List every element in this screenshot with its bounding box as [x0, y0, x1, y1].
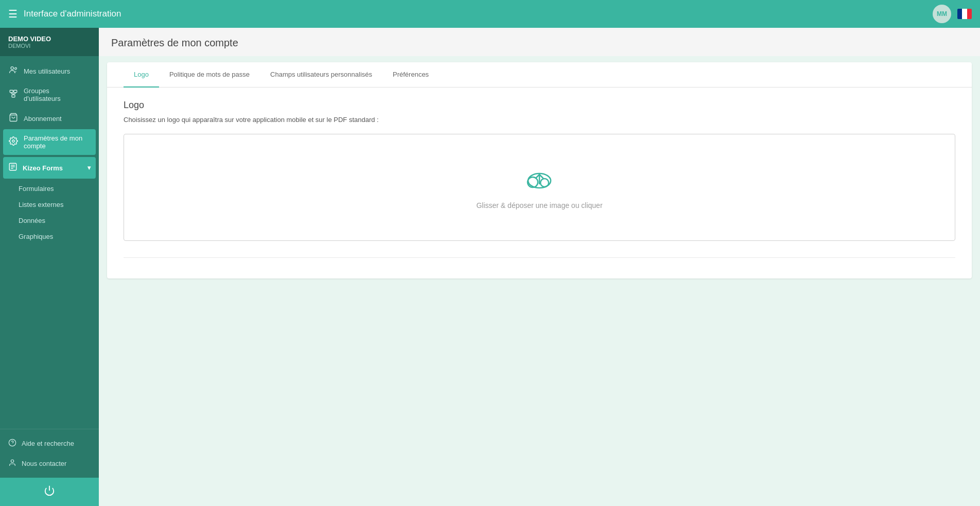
- top-header: ☰ Interface d'administration MM: [0, 0, 980, 28]
- svg-rect-4: [12, 95, 15, 97]
- sidebar-sub-label: Listes externes: [19, 201, 63, 208]
- sidebar-item-listes-externes[interactable]: Listes externes: [0, 197, 99, 213]
- page-header: Paramètres de mon compte: [99, 28, 980, 56]
- chevron-down-icon: ▾: [87, 164, 91, 171]
- content-card: Logo Politique de mots de passe Champs u…: [107, 62, 972, 278]
- users-icon: [8, 65, 19, 77]
- sidebar-sub-items: Formulaires Listes externes Données Grap…: [0, 181, 99, 245]
- sidebar-item-label: Abonnement: [24, 115, 62, 123]
- sidebar-sub-label: Graphiques: [19, 233, 53, 240]
- menu-icon[interactable]: ☰: [8, 8, 18, 20]
- sidebar-user-sub: DEMOVI: [8, 43, 91, 49]
- kizeo-forms-label: Kizeo Forms: [23, 164, 63, 172]
- drop-zone-text: Glisser & déposer une image ou cliquer: [476, 201, 602, 210]
- main-layout: DEMO VIDEO DEMOVI Mes utilisateurs: [0, 28, 980, 506]
- sidebar-bottom-label: Nous contacter: [22, 460, 66, 467]
- sidebar-item-formulaires[interactable]: Formulaires: [0, 181, 99, 197]
- sidebar-item-abonnement[interactable]: Abonnement: [0, 108, 99, 129]
- tab-champs[interactable]: Champs utilisateurs personnalisés: [260, 62, 382, 88]
- sidebar-item-groupes[interactable]: Groupesd'utilisateurs: [0, 82, 99, 108]
- sidebar-power: [0, 478, 99, 506]
- sidebar-item-donnees[interactable]: Données: [0, 213, 99, 229]
- sidebar-item-label: Groupesd'utilisateurs: [24, 87, 61, 102]
- header-title: Interface d'administration: [24, 9, 933, 19]
- logo-section-title: Logo: [124, 100, 955, 111]
- sidebar-sub-label: Formulaires: [19, 185, 54, 193]
- flag-icon[interactable]: [957, 9, 972, 19]
- tab-politique[interactable]: Politique de mots de passe: [159, 62, 260, 88]
- contact-icon: [8, 459, 16, 468]
- tab-content-logo: Logo Choisissez un logo qui apparaîtra s…: [107, 88, 972, 278]
- logo-section-desc: Choisissez un logo qui apparaîtra sur vo…: [124, 116, 955, 124]
- upload-icon: [524, 165, 555, 193]
- logo-drop-zone[interactable]: Glisser & déposer une image ou cliquer: [124, 134, 955, 241]
- sidebar-bottom-label: Aide et recherche: [22, 440, 74, 447]
- svg-rect-2: [10, 90, 13, 93]
- svg-point-1: [15, 67, 17, 69]
- sidebar-item-label: Paramètres de moncompte: [24, 134, 82, 150]
- help-icon: [8, 439, 16, 448]
- tab-logo[interactable]: Logo: [124, 62, 159, 88]
- power-icon[interactable]: [44, 485, 55, 499]
- sidebar-user: DEMO VIDEO DEMOVI: [0, 28, 99, 56]
- svg-point-21: [540, 179, 549, 187]
- avatar[interactable]: MM: [933, 5, 951, 23]
- svg-point-17: [11, 460, 13, 462]
- sidebar-item-label: Mes utilisateurs: [24, 67, 70, 75]
- sidebar-bottom: Aide et recherche Nous contacter: [0, 429, 99, 478]
- sidebar-sub-label: Données: [19, 217, 45, 224]
- sidebar-item-mes-utilisateurs[interactable]: Mes utilisateurs: [0, 60, 99, 82]
- sidebar-item-graphiques[interactable]: Graphiques: [0, 229, 99, 245]
- svg-rect-3: [14, 90, 17, 93]
- settings-icon: [8, 136, 19, 148]
- svg-point-10: [12, 140, 15, 143]
- svg-point-15: [9, 439, 15, 446]
- sidebar-item-aide[interactable]: Aide et recherche: [0, 433, 99, 453]
- header-right: MM: [933, 5, 972, 23]
- sidebar-section-kizeo: Kizeo Forms ▾: [3, 157, 96, 179]
- svg-point-0: [11, 67, 13, 69]
- sidebar-user-name: DEMO VIDEO: [8, 35, 91, 43]
- sidebar-item-parametres[interactable]: Paramètres de moncompte: [3, 129, 96, 155]
- section-divider: [124, 257, 955, 258]
- sidebar-nav: Mes utilisateurs Groupesd'utilisateurs: [0, 56, 99, 429]
- groups-icon: [8, 89, 19, 100]
- main-content: Paramètres de mon compte Logo Politique …: [99, 28, 980, 506]
- kizeo-forms-header[interactable]: Kizeo Forms ▾: [3, 157, 96, 179]
- sidebar: DEMO VIDEO DEMOVI Mes utilisateurs: [0, 28, 99, 506]
- sidebar-item-contact[interactable]: Nous contacter: [0, 453, 99, 474]
- tab-preferences[interactable]: Préférences: [382, 62, 439, 88]
- tabs-bar: Logo Politique de mots de passe Champs u…: [107, 62, 972, 88]
- abonnement-icon: [8, 113, 19, 124]
- page-title: Paramètres de mon compte: [111, 37, 968, 49]
- kizeo-icon: [8, 162, 18, 173]
